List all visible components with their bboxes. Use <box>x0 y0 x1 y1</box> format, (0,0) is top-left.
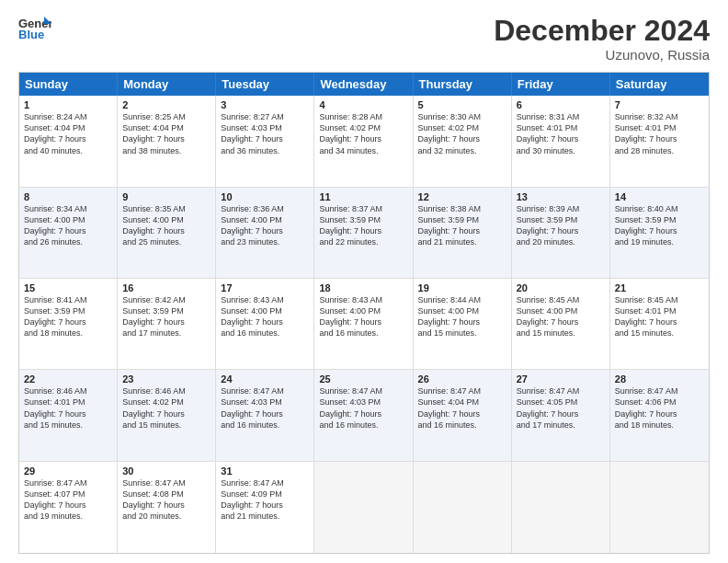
calendar: Sunday Monday Tuesday Wednesday Thursday… <box>18 72 710 554</box>
calendar-cell: 23Sunrise: 8:46 AM Sunset: 4:02 PM Dayli… <box>118 370 216 460</box>
day-number: 18 <box>319 282 407 293</box>
day-info: Sunrise: 8:32 AM Sunset: 4:01 PM Dayligh… <box>615 111 704 156</box>
day-number: 11 <box>319 191 407 202</box>
calendar-cell <box>512 462 610 553</box>
calendar-body: 1Sunrise: 8:24 AM Sunset: 4:04 PM Daylig… <box>19 96 709 553</box>
col-thursday: Thursday <box>414 73 512 96</box>
day-number: 27 <box>517 373 605 385</box>
calendar-cell: 8Sunrise: 8:34 AM Sunset: 4:00 PM Daylig… <box>19 188 118 278</box>
calendar-cell <box>610 462 709 553</box>
calendar-row-4: 22Sunrise: 8:46 AM Sunset: 4:01 PM Dayli… <box>19 370 709 461</box>
page-subtitle: Uzunovo, Russia <box>494 47 710 63</box>
day-info: Sunrise: 8:46 AM Sunset: 4:01 PM Dayligh… <box>24 385 112 431</box>
day-number: 25 <box>319 373 407 385</box>
day-number: 6 <box>517 99 605 110</box>
day-info: Sunrise: 8:43 AM Sunset: 4:00 PM Dayligh… <box>221 294 309 339</box>
logo: General Blue <box>18 15 51 42</box>
day-number: 26 <box>418 373 506 385</box>
calendar-cell: 9Sunrise: 8:35 AM Sunset: 4:00 PM Daylig… <box>118 188 216 278</box>
calendar-cell: 26Sunrise: 8:47 AM Sunset: 4:04 PM Dayli… <box>414 370 512 460</box>
day-info: Sunrise: 8:30 AM Sunset: 4:02 PM Dayligh… <box>418 111 506 156</box>
day-number: 30 <box>122 465 210 477</box>
day-info: Sunrise: 8:47 AM Sunset: 4:07 PM Dayligh… <box>24 477 112 523</box>
day-info: Sunrise: 8:36 AM Sunset: 4:00 PM Dayligh… <box>221 203 309 248</box>
col-sunday: Sunday <box>19 73 118 96</box>
col-tuesday: Tuesday <box>216 73 314 96</box>
title-block: December 2024 Uzunovo, Russia <box>494 15 710 63</box>
calendar-cell: 13Sunrise: 8:39 AM Sunset: 3:59 PM Dayli… <box>512 188 610 278</box>
day-number: 10 <box>221 191 309 202</box>
col-wednesday: Wednesday <box>314 73 413 96</box>
calendar-header: Sunday Monday Tuesday Wednesday Thursday… <box>19 73 709 96</box>
calendar-row-3: 15Sunrise: 8:41 AM Sunset: 3:59 PM Dayli… <box>19 279 709 370</box>
calendar-cell <box>414 462 512 553</box>
calendar-cell: 5Sunrise: 8:30 AM Sunset: 4:02 PM Daylig… <box>414 96 512 186</box>
day-info: Sunrise: 8:47 AM Sunset: 4:06 PM Dayligh… <box>615 385 704 431</box>
day-number: 7 <box>615 99 704 110</box>
day-info: Sunrise: 8:47 AM Sunset: 4:04 PM Dayligh… <box>418 385 506 431</box>
day-info: Sunrise: 8:47 AM Sunset: 4:05 PM Dayligh… <box>517 385 605 431</box>
calendar-row-5: 29Sunrise: 8:47 AM Sunset: 4:07 PM Dayli… <box>19 462 709 553</box>
calendar-cell: 24Sunrise: 8:47 AM Sunset: 4:03 PM Dayli… <box>216 370 314 460</box>
day-info: Sunrise: 8:47 AM Sunset: 4:03 PM Dayligh… <box>319 385 407 431</box>
calendar-row-2: 8Sunrise: 8:34 AM Sunset: 4:00 PM Daylig… <box>19 188 709 279</box>
calendar-cell: 30Sunrise: 8:47 AM Sunset: 4:08 PM Dayli… <box>118 462 216 553</box>
day-number: 19 <box>418 282 506 293</box>
day-number: 17 <box>221 282 309 293</box>
calendar-cell: 4Sunrise: 8:28 AM Sunset: 4:02 PM Daylig… <box>314 96 413 186</box>
calendar-row-1: 1Sunrise: 8:24 AM Sunset: 4:04 PM Daylig… <box>19 96 709 187</box>
day-info: Sunrise: 8:47 AM Sunset: 4:08 PM Dayligh… <box>122 477 210 523</box>
calendar-cell: 29Sunrise: 8:47 AM Sunset: 4:07 PM Dayli… <box>19 462 118 553</box>
calendar-cell: 6Sunrise: 8:31 AM Sunset: 4:01 PM Daylig… <box>512 96 610 186</box>
day-number: 29 <box>24 465 112 477</box>
calendar-cell: 20Sunrise: 8:45 AM Sunset: 4:00 PM Dayli… <box>512 279 610 369</box>
day-info: Sunrise: 8:45 AM Sunset: 4:01 PM Dayligh… <box>615 294 704 339</box>
day-number: 28 <box>615 373 704 385</box>
day-info: Sunrise: 8:34 AM Sunset: 4:00 PM Dayligh… <box>24 203 112 248</box>
calendar-cell <box>314 462 413 553</box>
col-monday: Monday <box>118 73 216 96</box>
day-number: 5 <box>418 99 506 110</box>
day-number: 1 <box>24 99 112 110</box>
day-number: 22 <box>24 373 112 385</box>
calendar-cell: 2Sunrise: 8:25 AM Sunset: 4:04 PM Daylig… <box>118 96 216 186</box>
day-number: 12 <box>418 191 506 202</box>
calendar-cell: 19Sunrise: 8:44 AM Sunset: 4:00 PM Dayli… <box>414 279 512 369</box>
day-number: 2 <box>122 99 210 110</box>
day-number: 15 <box>24 282 112 293</box>
day-number: 14 <box>615 191 704 202</box>
calendar-cell: 18Sunrise: 8:43 AM Sunset: 4:00 PM Dayli… <box>314 279 413 369</box>
day-info: Sunrise: 8:25 AM Sunset: 4:04 PM Dayligh… <box>122 111 210 156</box>
calendar-cell: 16Sunrise: 8:42 AM Sunset: 3:59 PM Dayli… <box>118 279 216 369</box>
calendar-cell: 25Sunrise: 8:47 AM Sunset: 4:03 PM Dayli… <box>314 370 413 460</box>
calendar-cell: 10Sunrise: 8:36 AM Sunset: 4:00 PM Dayli… <box>216 188 314 278</box>
day-info: Sunrise: 8:27 AM Sunset: 4:03 PM Dayligh… <box>221 111 309 156</box>
calendar-cell: 27Sunrise: 8:47 AM Sunset: 4:05 PM Dayli… <box>512 370 610 460</box>
day-info: Sunrise: 8:42 AM Sunset: 3:59 PM Dayligh… <box>122 294 210 339</box>
col-friday: Friday <box>512 73 610 96</box>
page-title: December 2024 <box>494 15 710 47</box>
day-info: Sunrise: 8:37 AM Sunset: 3:59 PM Dayligh… <box>319 203 407 248</box>
day-info: Sunrise: 8:47 AM Sunset: 4:09 PM Dayligh… <box>221 477 309 523</box>
day-number: 9 <box>122 191 210 202</box>
day-info: Sunrise: 8:40 AM Sunset: 3:59 PM Dayligh… <box>615 203 704 248</box>
day-info: Sunrise: 8:44 AM Sunset: 4:00 PM Dayligh… <box>418 294 506 339</box>
day-info: Sunrise: 8:43 AM Sunset: 4:00 PM Dayligh… <box>319 294 407 339</box>
calendar-cell: 12Sunrise: 8:38 AM Sunset: 3:59 PM Dayli… <box>414 188 512 278</box>
day-number: 8 <box>24 191 112 202</box>
logo-icon: General Blue <box>18 15 51 42</box>
day-number: 13 <box>517 191 605 202</box>
day-number: 4 <box>319 99 407 110</box>
calendar-page: General Blue December 2024 Uzunovo, Russ… <box>0 0 728 563</box>
day-number: 31 <box>221 465 309 477</box>
day-number: 20 <box>517 282 605 293</box>
calendar-cell: 28Sunrise: 8:47 AM Sunset: 4:06 PM Dayli… <box>610 370 709 460</box>
calendar-cell: 11Sunrise: 8:37 AM Sunset: 3:59 PM Dayli… <box>314 188 413 278</box>
day-info: Sunrise: 8:41 AM Sunset: 3:59 PM Dayligh… <box>24 294 112 339</box>
day-info: Sunrise: 8:39 AM Sunset: 3:59 PM Dayligh… <box>517 203 605 248</box>
day-info: Sunrise: 8:45 AM Sunset: 4:00 PM Dayligh… <box>517 294 605 339</box>
day-number: 21 <box>615 282 704 293</box>
calendar-cell: 22Sunrise: 8:46 AM Sunset: 4:01 PM Dayli… <box>19 370 118 460</box>
day-info: Sunrise: 8:47 AM Sunset: 4:03 PM Dayligh… <box>221 385 309 431</box>
calendar-cell: 21Sunrise: 8:45 AM Sunset: 4:01 PM Dayli… <box>610 279 709 369</box>
